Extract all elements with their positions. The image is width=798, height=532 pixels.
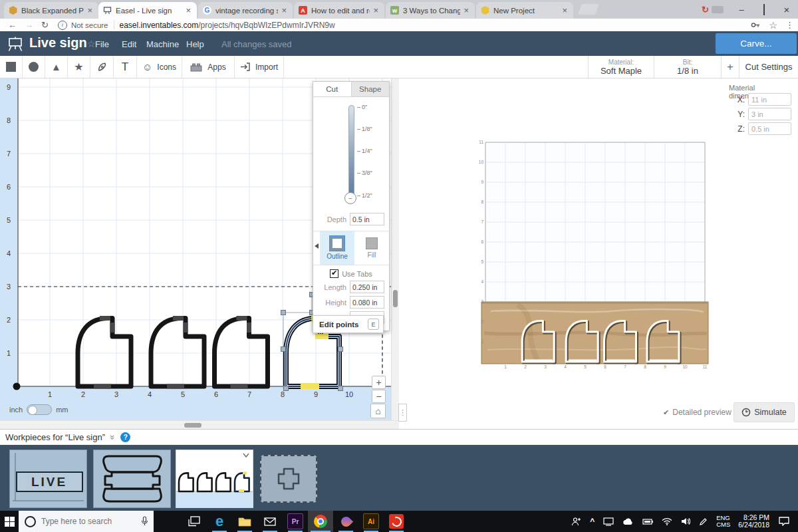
microphone-icon[interactable] — [141, 516, 148, 526]
carve-button[interactable]: Carve... — [716, 33, 797, 54]
slider-handle[interactable]: − — [344, 192, 356, 204]
material-selector[interactable]: Material: Soft Maple — [588, 56, 654, 78]
illustrator-button[interactable]: Ai — [358, 511, 384, 532]
outline-option[interactable]: Outline — [320, 231, 354, 265]
refresh-icon[interactable]: ↻ — [41, 20, 49, 30]
back-icon[interactable]: ← — [8, 20, 17, 30]
triangle-tool[interactable]: ▲ — [45, 56, 68, 78]
menu-edit[interactable]: Edit — [122, 39, 136, 49]
new-tab-button[interactable] — [578, 4, 599, 15]
tab-shape[interactable]: Shape — [351, 82, 390, 96]
selection-handle[interactable] — [281, 311, 286, 315]
toggle-knob[interactable] — [28, 406, 37, 415]
material-x-input[interactable] — [748, 93, 791, 106]
mail-button[interactable] — [257, 511, 283, 532]
close-tab-icon[interactable]: × — [280, 6, 288, 15]
pen-icon[interactable] — [699, 517, 708, 526]
circle-tool[interactable] — [23, 56, 45, 78]
restore-button[interactable] — [753, 5, 775, 15]
display-icon[interactable] — [603, 517, 614, 526]
minimize-button[interactable]: – — [730, 5, 753, 15]
bookmark-star-icon[interactable]: ☆ — [769, 20, 777, 31]
forward-icon[interactable]: → — [25, 20, 33, 30]
tab-new-project[interactable]: New Project × — [476, 2, 573, 19]
battery-icon[interactable] — [642, 518, 653, 525]
menu-machine[interactable]: Machine — [146, 39, 179, 49]
workpiece-thumb-doors[interactable] — [176, 450, 253, 508]
selection-handle[interactable] — [281, 347, 286, 352]
selection-handle[interactable] — [338, 347, 343, 352]
zoom-out-button[interactable]: − — [372, 390, 386, 403]
hidden-icons-chevron[interactable]: ^ — [590, 517, 595, 526]
import-tool[interactable]: Import — [235, 56, 284, 78]
tab-3-ways-change[interactable]: w 3 Ways to Change Adobe × — [386, 2, 475, 19]
add-workpiece-button[interactable] — [260, 455, 317, 503]
workpiece-thumb-shapes[interactable] — [93, 450, 171, 508]
premiere-button[interactable]: Pr — [283, 511, 308, 532]
checkbox-checked-icon[interactable]: ✔ — [330, 269, 338, 278]
detailed-preview-toggle[interactable]: ✔ Detailed preview — [663, 408, 732, 417]
tab-easel-live-sign[interactable]: Easel - Live sign × — [98, 2, 197, 19]
tab-vintage-recording[interactable]: G vintage recording sign - × — [198, 2, 293, 19]
search-input[interactable] — [40, 516, 136, 527]
rectangle-tool[interactable] — [0, 56, 23, 78]
info-icon[interactable]: i — [58, 21, 67, 30]
wifi-icon[interactable] — [662, 517, 672, 525]
pen-tool[interactable] — [90, 56, 114, 78]
taskbar-clock[interactable]: 8:26 PM 6/24/2018 — [738, 514, 769, 529]
volume-icon[interactable] — [681, 517, 690, 525]
bit-selector[interactable]: Bit: 1/8 in — [654, 56, 721, 78]
slider-track[interactable] — [348, 105, 354, 200]
canvas-vertical-scrollbar[interactable] — [391, 78, 399, 420]
close-tab-icon[interactable]: × — [462, 6, 470, 15]
scrollbar-thumb[interactable] — [393, 290, 398, 307]
color-drop-button[interactable] — [333, 511, 358, 532]
tab-cut[interactable]: Cut — [313, 82, 351, 96]
sync-error-icon[interactable]: ↻ — [702, 5, 709, 15]
language-indicator[interactable]: ENG CMS — [716, 515, 730, 528]
scrollbar-thumb[interactable] — [184, 423, 201, 428]
canvas-horizontal-scrollbar[interactable] — [0, 420, 399, 429]
thumb-menu-chevron-icon[interactable] — [241, 452, 251, 459]
url-field[interactable]: i Not secure easel.inventables.com/proje… — [58, 19, 743, 31]
use-tabs-checkbox[interactable]: ✔ Use Tabs — [313, 269, 389, 278]
key-icon[interactable] — [751, 21, 761, 29]
close-tab-icon[interactable]: × — [86, 6, 94, 15]
material-z-input[interactable] — [748, 122, 791, 135]
tab-height-input[interactable] — [350, 296, 384, 309]
people-icon[interactable] — [571, 517, 581, 526]
workpiece-thumb-live[interactable]: LIVE — [9, 450, 87, 508]
action-center-icon[interactable] — [779, 517, 789, 526]
edge-button[interactable]: e — [207, 511, 232, 532]
depth-input[interactable] — [350, 213, 384, 225]
onedrive-cloud-icon[interactable] — [622, 518, 634, 525]
chrome-button[interactable] — [308, 511, 333, 532]
close-window-button[interactable]: × — [775, 4, 798, 15]
menu-file[interactable]: File — [95, 39, 109, 49]
add-bit-button[interactable]: + — [721, 56, 739, 78]
cut-settings-button[interactable]: Cut Settings — [739, 56, 798, 78]
close-tab-icon[interactable]: × — [561, 6, 569, 15]
text-tool[interactable]: T — [114, 56, 137, 78]
close-tab-icon[interactable]: × — [184, 6, 192, 15]
tab-how-to-edit[interactable]: A How to edit and reshape × — [294, 2, 384, 19]
menu-help[interactable]: Help — [186, 39, 204, 49]
apps-tool[interactable]: Apps — [182, 56, 235, 78]
zoom-home-button[interactable]: ⌂ — [370, 404, 386, 418]
selection-handle[interactable] — [338, 386, 343, 391]
unit-toggle[interactable] — [27, 404, 52, 415]
taskbar-search[interactable] — [19, 511, 154, 532]
adobe-cc-button[interactable] — [384, 511, 409, 532]
tab-black-expanded-pvc[interactable]: Black Expanded PVC Shee × — [4, 2, 98, 19]
help-icon[interactable]: ? — [120, 432, 130, 442]
close-tab-icon[interactable]: × — [372, 6, 380, 15]
start-button[interactable] — [0, 511, 19, 532]
collapse-arrow-icon[interactable] — [315, 243, 319, 249]
star-tool[interactable]: ★ — [68, 56, 90, 78]
tab-length-input[interactable] — [350, 281, 384, 293]
file-explorer-button[interactable] — [232, 511, 257, 532]
favorite-star-icon[interactable]: ☆ — [87, 39, 96, 49]
task-view-button[interactable] — [182, 511, 207, 532]
material-y-input[interactable] — [748, 108, 791, 120]
browser-menu-icon[interactable]: ⋮ — [785, 20, 794, 30]
